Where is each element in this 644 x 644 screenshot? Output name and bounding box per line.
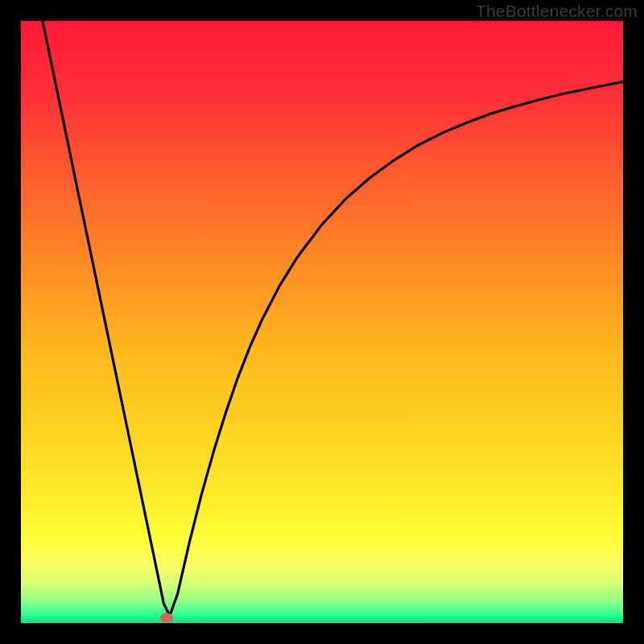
chart-svg (21, 21, 623, 623)
chart-background (21, 21, 623, 623)
watermark-label: TheBottlenecker.com (476, 2, 638, 21)
chart-frame: TheBottlenecker.com (0, 0, 644, 644)
plot-area (21, 21, 623, 623)
optimum-marker (160, 613, 173, 622)
